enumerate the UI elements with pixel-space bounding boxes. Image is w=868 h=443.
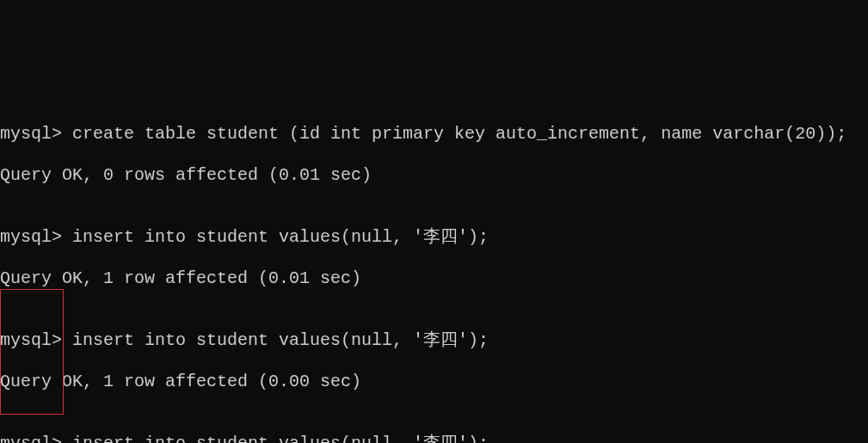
terminal-output[interactable]: mysql> create table student (id int prim… xyxy=(0,103,868,443)
terminal-line: mysql> insert into student values(null, … xyxy=(0,330,868,351)
terminal-line: Query OK, 1 row affected (0.01 sec) xyxy=(0,268,868,289)
terminal-line: mysql> insert into student values(null, … xyxy=(0,434,868,443)
terminal-line: Query OK, 0 rows affected (0.01 sec) xyxy=(0,165,868,186)
terminal-line: mysql> insert into student values(null, … xyxy=(0,227,868,248)
terminal-line: Query OK, 1 row affected (0.00 sec) xyxy=(0,372,868,392)
terminal-line: mysql> create table student (id int prim… xyxy=(0,124,868,145)
